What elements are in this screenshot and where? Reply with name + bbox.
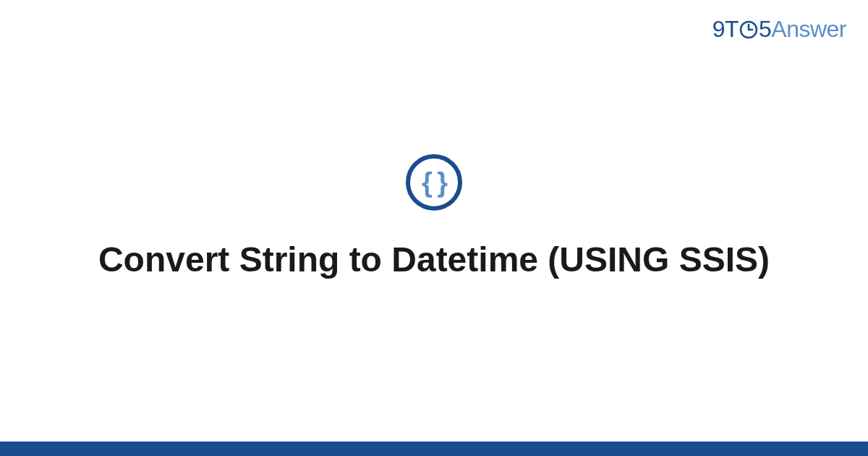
code-braces-icon: { } xyxy=(422,166,446,198)
page-title: Convert String to Datetime (USING SSIS) xyxy=(0,238,868,282)
logo-text-5: 5 xyxy=(759,16,771,42)
clock-icon xyxy=(739,20,758,39)
logo-text-9t: 9T xyxy=(712,16,739,42)
main-content: { } Convert String to Datetime (USING SS… xyxy=(0,154,868,282)
logo-text-answer: Answer xyxy=(771,16,846,42)
category-icon-circle: { } xyxy=(406,154,462,211)
site-logo: 9T5Answer xyxy=(712,16,846,43)
footer-accent-bar xyxy=(0,442,868,456)
